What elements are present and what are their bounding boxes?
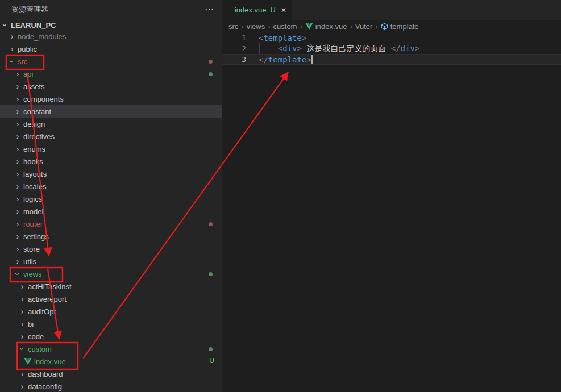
chevron-right-icon: › <box>14 157 22 165</box>
text-cursor <box>311 55 313 64</box>
chevron-down-icon: › <box>8 57 16 65</box>
tree-item-label: enums <box>23 145 45 153</box>
tab-filename: index.vue <box>235 6 267 14</box>
tree-item-label: dataconfig <box>28 382 62 391</box>
tab-bar: index.vue U ✕ <box>222 0 561 20</box>
git-untracked-dot <box>209 72 213 76</box>
tree-item-settings[interactable]: ›settings <box>0 230 222 243</box>
tree-item-logics[interactable]: ›logics <box>0 193 222 205</box>
tree-item-label: components <box>23 95 64 103</box>
tree-item-label: code <box>28 332 44 341</box>
chevron-right-icon: › <box>18 282 26 290</box>
editor-pane: index.vue U ✕ src›views›custom›index.vue… <box>222 0 561 392</box>
tree-item-label: settings <box>23 232 49 241</box>
code-line-3[interactable]: 3</template> <box>222 54 561 65</box>
tree-item-locales[interactable]: ›locales <box>0 180 222 193</box>
breadcrumb-item-index-vue[interactable]: index.vue <box>305 22 347 31</box>
vue-file-icon <box>227 7 231 14</box>
tree-item-label: custom <box>28 345 52 353</box>
tree-item-label: logics <box>23 195 42 203</box>
git-status-badge: U <box>209 357 214 365</box>
code-line-2[interactable]: 2 <div> 这是我自己定义的页面 </div> <box>222 43 561 54</box>
tree-item-code[interactable]: ›code <box>0 330 222 343</box>
tree-item-label: auditOpt <box>28 307 56 316</box>
tree-item-bi[interactable]: ›bi <box>0 318 222 330</box>
tree-item-label: design <box>23 120 45 128</box>
tab-index-vue[interactable]: index.vue U ✕ <box>222 0 292 20</box>
tree-item-auditOpt[interactable]: ›auditOpt <box>0 305 222 318</box>
breadcrumb-item-Vuter[interactable]: Vuter <box>355 22 373 31</box>
chevron-right-icon: › <box>14 132 22 140</box>
git-modified-dot <box>209 222 213 226</box>
breadcrumb-label: views <box>247 22 265 31</box>
tree-item-views[interactable]: ›views <box>0 268 222 280</box>
close-icon[interactable]: ✕ <box>281 6 286 14</box>
breadcrumb-label: Vuter <box>355 22 373 31</box>
template-symbol-icon <box>381 23 388 30</box>
chevron-right-icon: › <box>18 382 26 390</box>
vue-file-icon <box>24 358 32 365</box>
tree-item-router[interactable]: ›router <box>0 218 222 230</box>
tree-item-dataconfig[interactable]: ›dataconfig <box>0 380 222 392</box>
breadcrumb-separator-icon: › <box>350 22 352 31</box>
breadcrumb-item-template[interactable]: template <box>381 22 419 31</box>
line-number: 2 <box>222 44 246 53</box>
tree-item-node_modules[interactable]: ›node_modules <box>0 30 222 43</box>
breadcrumb-item-src[interactable]: src <box>228 22 238 31</box>
chevron-down-icon: › <box>1 21 9 29</box>
git-status-badge: U <box>271 6 276 14</box>
tree-item-design[interactable]: ›design <box>0 118 222 130</box>
tree-item-label: node_modules <box>18 32 66 41</box>
tree-item-label: views <box>23 270 42 278</box>
breadcrumb-separator-icon: › <box>241 22 243 31</box>
tree-item-actHiTaskinst[interactable]: ›actHiTaskinst <box>0 280 222 293</box>
workspace-header[interactable]: › LEARUN_PC <box>0 19 222 31</box>
breadcrumb-separator-icon: › <box>268 22 270 31</box>
chevron-right-icon: › <box>14 182 22 190</box>
tree-item-constant[interactable]: ›constant <box>0 105 222 118</box>
chevron-right-icon: › <box>14 95 22 103</box>
git-untracked-dot <box>209 272 213 276</box>
tree-item-label: router <box>23 220 43 228</box>
tree-item-activereport[interactable]: ›activereport <box>0 293 222 305</box>
breadcrumb: src›views›custom›index.vue›Vuter›templat… <box>222 20 561 32</box>
tree-item-utils[interactable]: ›utils <box>0 255 222 268</box>
breadcrumb-item-custom[interactable]: custom <box>273 22 297 31</box>
chevron-right-icon: › <box>18 295 26 303</box>
tree-item-label: index.vue <box>34 357 66 366</box>
git-untracked-dot <box>209 347 213 351</box>
tree-item-api[interactable]: ›api <box>0 68 222 80</box>
tree-item-model[interactable]: ›model <box>0 205 222 218</box>
tree-item-index.vue[interactable]: index.vueU <box>0 355 222 368</box>
more-actions-icon[interactable]: ⋯ <box>205 0 214 19</box>
chevron-right-icon: › <box>18 307 26 315</box>
tree-item-directives[interactable]: ›directives <box>0 130 222 143</box>
code-line-1[interactable]: 1<template> <box>222 32 561 43</box>
breadcrumb-item-views[interactable]: views <box>247 22 265 31</box>
tree-item-public[interactable]: ›public <box>0 43 222 55</box>
tree-item-hooks[interactable]: ›hooks <box>0 155 222 168</box>
chevron-right-icon: › <box>8 45 16 53</box>
tree-item-store[interactable]: ›store <box>0 243 222 255</box>
code-text: </template> <box>259 55 313 64</box>
tree-item-src[interactable]: ›src <box>0 55 222 68</box>
chevron-right-icon: › <box>14 145 22 153</box>
code-text: <template> <box>259 34 306 43</box>
tree-item-label: layouts <box>23 170 47 178</box>
code-area[interactable]: 1<template>2 <div> 这是我自己定义的页面 </div>3</t… <box>222 32 561 65</box>
vscode-window: 资源管理器 ⋯ › LEARUN_PC ›node_modules›public… <box>0 0 561 392</box>
tree-item-components[interactable]: ›components <box>0 93 222 105</box>
tree-item-custom[interactable]: ›custom <box>0 343 222 355</box>
tree-item-label: locales <box>23 182 46 191</box>
tree-item-label: constant <box>23 107 51 116</box>
tree-item-layouts[interactable]: ›layouts <box>0 168 222 180</box>
tree-item-label: assets <box>23 82 45 91</box>
chevron-right-icon: › <box>8 32 16 40</box>
tree-item-label: dashboard <box>28 370 63 378</box>
chevron-right-icon: › <box>14 232 22 240</box>
chevron-right-icon: › <box>18 320 26 328</box>
tree-item-dashboard[interactable]: ›dashboard <box>0 368 222 380</box>
chevron-right-icon: › <box>18 332 26 340</box>
tree-item-enums[interactable]: ›enums <box>0 143 222 155</box>
tree-item-assets[interactable]: ›assets <box>0 80 222 93</box>
